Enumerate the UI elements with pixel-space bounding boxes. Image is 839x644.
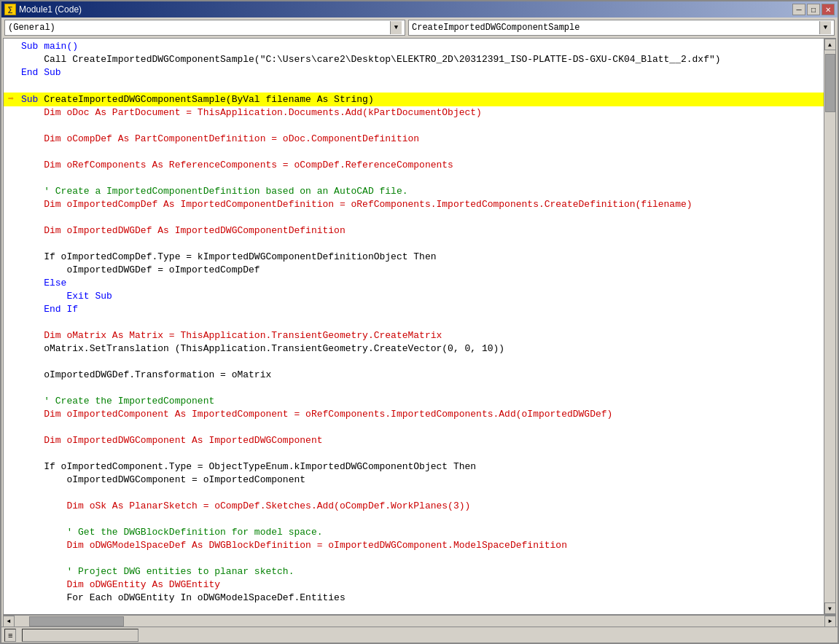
- code-line: [4, 447, 824, 460]
- line-text: Sub main(): [18, 40, 78, 53]
- line-text: Sub CreateImportedDWGComponentSample(ByV…: [18, 94, 374, 105]
- line-text: [18, 146, 27, 159]
- line-indicator: [4, 303, 18, 316]
- vb-icon: ∑: [4, 4, 16, 15]
- line-indicator: [4, 395, 18, 408]
- line-indicator: [4, 133, 18, 146]
- status-panel-right: [22, 629, 138, 642]
- line-text: oImportedDWGDef.Transformation = oMatrix: [18, 369, 271, 382]
- line-indicator: [4, 578, 18, 592]
- line-indicator: [4, 356, 18, 369]
- scroll-right-button[interactable]: ►: [824, 616, 836, 627]
- code-line: Exit Sub: [4, 290, 824, 303]
- line-indicator: [4, 369, 18, 382]
- line-text: For Each oDWGEntity In oDWGModelSpaceDef…: [18, 592, 346, 605]
- h-scroll-thumb[interactable]: [29, 616, 124, 627]
- code-segment: Dim oImportedDWGDef As ImportedDWGCompon…: [44, 225, 345, 236]
- line-indicator: [4, 185, 18, 198]
- context-combo[interactable]: (General) ▼: [4, 20, 405, 36]
- line-text: [18, 605, 27, 614]
- title-bar: ∑ Module1 (Code) ─ □ ✕: [1, 1, 838, 17]
- minimize-button[interactable]: ─: [792, 4, 805, 15]
- main-window: ∑ Module1 (Code) ─ □ ✕ (General) ▼ Creat…: [0, 0, 839, 644]
- code-segment: Dim oSk As PlanarSketch = oCompDef.Sketc…: [66, 500, 470, 511]
- scroll-thumb[interactable]: [825, 54, 835, 112]
- code-segment: Dim oImportedComponent As ImportedCompon…: [44, 409, 612, 420]
- line-text: [18, 79, 27, 93]
- code-editor[interactable]: Sub main() Call CreateImportedDWGCompone…: [3, 38, 836, 615]
- scroll-up-button[interactable]: ▲: [824, 39, 836, 50]
- line-text: Dim oImportedDWGDef As ImportedDWGCompon…: [18, 224, 346, 237]
- status-icon: ≡: [8, 631, 12, 640]
- line-indicator: [4, 605, 18, 614]
- code-segment: oImportedDWGDef.Transformation = oMatrix: [44, 369, 271, 380]
- window-title: Module1 (Code): [19, 4, 82, 15]
- line-indicator: [4, 526, 18, 539]
- code-line: oImportedDWGDef.Transformation = oMatrix: [4, 369, 824, 382]
- line-text: Dim oDWGEntity As DWGEntity: [18, 578, 220, 592]
- line-indicator: [4, 316, 18, 329]
- code-line: For Each oDWGEntity In oDWGModelSpaceDef…: [4, 592, 824, 605]
- line-text: oImportedDWGComponent = oImportedCompone…: [18, 474, 305, 487]
- code-segment: ' Create the ImportedComponent: [44, 396, 214, 407]
- code-line: Dim oImportedComponent As ImportedCompon…: [4, 408, 824, 421]
- context-combo-arrow[interactable]: ▼: [390, 21, 402, 34]
- vertical-scrollbar[interactable]: ▲ ▼: [824, 39, 835, 614]
- context-combo-value: (General): [8, 23, 390, 33]
- line-indicator: [4, 211, 18, 224]
- code-line: [4, 487, 824, 500]
- procedure-combo-arrow[interactable]: ▼: [819, 21, 831, 34]
- code-line: [4, 316, 824, 329]
- procedure-combo[interactable]: CreateImportedDWGComponentSample ▼: [408, 20, 835, 36]
- code-line: ' Project DWG entities to planar sketch.: [4, 565, 824, 578]
- line-indicator: [4, 513, 18, 526]
- scroll-down-button[interactable]: ▼: [824, 602, 836, 614]
- code-line: Dim oImportedDWGComponent As ImportedDWG…: [4, 434, 824, 447]
- code-line: ' Create the ImportedComponent: [4, 395, 824, 408]
- code-line: [4, 79, 824, 93]
- status-panel-left: ≡: [4, 629, 16, 642]
- line-indicator: [4, 552, 18, 565]
- code-segment: Else: [44, 278, 66, 288]
- line-indicator: [4, 146, 18, 159]
- code-segment: oImportedDWGComponent = oImportedCompone…: [66, 474, 305, 485]
- line-indicator: [4, 66, 18, 79]
- line-text: If oImportedCompDef.Type = kImportedDWGC…: [18, 251, 437, 264]
- line-indicator: [4, 172, 18, 185]
- code-line: [4, 119, 824, 133]
- code-segment: Dim oMatrix As Matrix = ThisApplication.…: [44, 330, 442, 341]
- code-line: End If: [4, 303, 824, 316]
- code-line: Sub main(): [4, 40, 824, 53]
- line-text: [18, 356, 27, 369]
- horizontal-scrollbar[interactable]: ◄ ►: [3, 615, 836, 627]
- code-segment: If oImportedCompDef.Type = kImportedDWGC…: [44, 251, 436, 262]
- code-segment: Sub: [21, 94, 44, 105]
- line-text: ' Project DWG entities to planar sketch.: [18, 565, 294, 578]
- code-segment: Dim oDWGEntity As DWGEntity: [66, 579, 220, 590]
- line-text: Call CreateImportedDWGComponentSample("C…: [18, 53, 721, 66]
- code-segment: Dim oCompDef As PartComponentDefinition …: [44, 133, 419, 144]
- line-indicator: [4, 329, 18, 342]
- code-line: Dim oSk As PlanarSketch = oCompDef.Sketc…: [4, 500, 824, 513]
- title-bar-left: ∑ Module1 (Code): [4, 4, 82, 15]
- scroll-track[interactable]: [824, 50, 835, 602]
- line-indicator: [4, 408, 18, 421]
- close-button[interactable]: ✕: [822, 4, 835, 15]
- line-indicator: [4, 40, 18, 53]
- maximize-button[interactable]: □: [807, 4, 820, 15]
- line-text: Exit Sub: [18, 290, 112, 303]
- line-text: Dim oImportedCompDef As ImportedComponen…: [18, 198, 692, 211]
- code-segment: Dim oImportedCompDef As ImportedComponen…: [44, 199, 692, 210]
- line-indicator: [4, 251, 18, 264]
- line-text: Dim oCompDef As PartComponentDefinition …: [18, 133, 419, 146]
- code-content[interactable]: Sub main() Call CreateImportedDWGCompone…: [4, 39, 824, 614]
- scroll-left-button[interactable]: ◄: [3, 616, 15, 627]
- line-indicator: [4, 474, 18, 487]
- line-indicator: [4, 159, 18, 172]
- line-text: Dim oImportedDWGComponent As ImportedDWG…: [18, 434, 322, 447]
- code-line: [4, 513, 824, 526]
- h-scroll-track[interactable]: [15, 616, 824, 627]
- code-segment: Sub main(): [21, 41, 78, 52]
- code-line: ➡Sub CreateImportedDWGComponentSample(By…: [4, 93, 824, 106]
- code-segment: ' Create a ImportedComponentDefinition b…: [44, 186, 407, 197]
